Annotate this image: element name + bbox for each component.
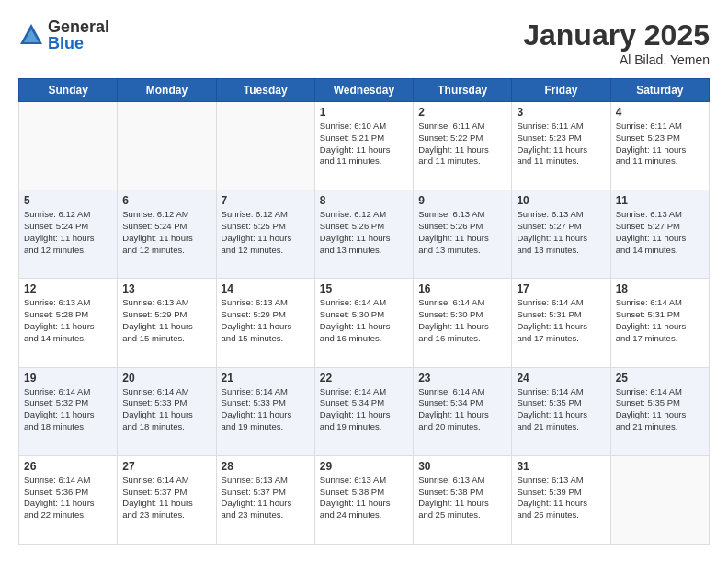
day-info: Sunrise: 6:12 AM Sunset: 5:25 PM Dayligh… xyxy=(222,209,310,256)
day-number: 9 xyxy=(418,194,506,207)
day-number: 18 xyxy=(616,282,704,295)
day-number: 28 xyxy=(222,460,310,473)
logo-text: General Blue xyxy=(48,18,109,52)
day-info: Sunrise: 6:13 AM Sunset: 5:28 PM Dayligh… xyxy=(24,297,112,344)
logo: General Blue xyxy=(18,18,109,52)
calendar-cell: 10Sunrise: 6:13 AM Sunset: 5:27 PM Dayli… xyxy=(512,190,610,279)
month-title: January 2025 xyxy=(523,18,710,52)
day-info: Sunrise: 6:13 AM Sunset: 5:38 PM Dayligh… xyxy=(418,475,506,522)
calendar-week-row: 1Sunrise: 6:10 AM Sunset: 5:21 PM Daylig… xyxy=(19,102,710,190)
calendar-week-row: 26Sunrise: 6:14 AM Sunset: 5:36 PM Dayli… xyxy=(19,455,710,544)
page: General Blue January 2025 Al Bilad, Yeme… xyxy=(0,0,728,563)
day-info: Sunrise: 6:14 AM Sunset: 5:32 PM Dayligh… xyxy=(24,386,112,433)
day-info: Sunrise: 6:13 AM Sunset: 5:27 PM Dayligh… xyxy=(517,209,605,256)
day-info: Sunrise: 6:11 AM Sunset: 5:23 PM Dayligh… xyxy=(517,121,605,167)
calendar-cell: 30Sunrise: 6:13 AM Sunset: 5:38 PM Dayli… xyxy=(414,455,512,544)
day-number: 25 xyxy=(616,372,704,385)
day-number: 24 xyxy=(517,372,605,385)
calendar-cell: 21Sunrise: 6:14 AM Sunset: 5:33 PM Dayli… xyxy=(216,367,314,455)
day-number: 30 xyxy=(418,460,506,473)
day-number: 10 xyxy=(517,194,605,207)
calendar-cell: 23Sunrise: 6:14 AM Sunset: 5:34 PM Dayli… xyxy=(414,367,512,455)
day-number: 27 xyxy=(122,460,210,473)
day-info: Sunrise: 6:14 AM Sunset: 5:33 PM Dayligh… xyxy=(122,386,210,433)
calendar-cell: 24Sunrise: 6:14 AM Sunset: 5:35 PM Dayli… xyxy=(512,367,610,455)
day-number: 2 xyxy=(418,106,506,119)
weekday-header-saturday: Saturday xyxy=(610,79,709,102)
calendar-cell: 29Sunrise: 6:13 AM Sunset: 5:38 PM Dayli… xyxy=(314,455,413,544)
calendar-cell xyxy=(610,455,709,544)
calendar-cell: 26Sunrise: 6:14 AM Sunset: 5:36 PM Dayli… xyxy=(19,455,118,544)
weekday-header-sunday: Sunday xyxy=(19,79,118,102)
day-info: Sunrise: 6:14 AM Sunset: 5:31 PM Dayligh… xyxy=(616,297,704,344)
day-number: 4 xyxy=(616,106,704,119)
day-number: 1 xyxy=(320,106,408,119)
day-number: 7 xyxy=(222,194,310,207)
calendar-cell: 16Sunrise: 6:14 AM Sunset: 5:30 PM Dayli… xyxy=(414,279,512,367)
calendar-cell: 4Sunrise: 6:11 AM Sunset: 5:23 PM Daylig… xyxy=(610,102,709,190)
weekday-header-wednesday: Wednesday xyxy=(314,79,413,102)
day-number: 15 xyxy=(320,282,408,295)
day-info: Sunrise: 6:11 AM Sunset: 5:22 PM Dayligh… xyxy=(418,121,506,167)
logo-icon xyxy=(18,22,44,48)
day-info: Sunrise: 6:13 AM Sunset: 5:37 PM Dayligh… xyxy=(222,475,310,522)
location: Al Bilad, Yemen xyxy=(523,52,710,67)
weekday-header-friday: Friday xyxy=(512,79,610,102)
calendar-cell: 11Sunrise: 6:13 AM Sunset: 5:27 PM Dayli… xyxy=(610,190,709,279)
weekday-header-tuesday: Tuesday xyxy=(216,79,314,102)
calendar-cell: 27Sunrise: 6:14 AM Sunset: 5:37 PM Dayli… xyxy=(118,455,216,544)
calendar-cell: 19Sunrise: 6:14 AM Sunset: 5:32 PM Dayli… xyxy=(19,367,118,455)
calendar-week-row: 5Sunrise: 6:12 AM Sunset: 5:24 PM Daylig… xyxy=(19,190,710,279)
day-number: 11 xyxy=(616,194,704,207)
calendar-cell: 9Sunrise: 6:13 AM Sunset: 5:26 PM Daylig… xyxy=(414,190,512,279)
day-info: Sunrise: 6:13 AM Sunset: 5:39 PM Dayligh… xyxy=(517,475,605,522)
day-info: Sunrise: 6:13 AM Sunset: 5:26 PM Dayligh… xyxy=(418,209,506,256)
day-number: 12 xyxy=(24,282,112,295)
day-number: 16 xyxy=(418,282,506,295)
calendar-cell: 12Sunrise: 6:13 AM Sunset: 5:28 PM Dayli… xyxy=(19,279,118,367)
calendar-week-row: 19Sunrise: 6:14 AM Sunset: 5:32 PM Dayli… xyxy=(19,367,710,455)
calendar-cell xyxy=(216,102,314,190)
weekday-header-thursday: Thursday xyxy=(414,79,512,102)
calendar-cell: 25Sunrise: 6:14 AM Sunset: 5:35 PM Dayli… xyxy=(610,367,709,455)
day-info: Sunrise: 6:11 AM Sunset: 5:23 PM Dayligh… xyxy=(616,121,704,167)
day-number: 19 xyxy=(24,372,112,385)
day-info: Sunrise: 6:13 AM Sunset: 5:29 PM Dayligh… xyxy=(222,297,310,344)
day-info: Sunrise: 6:14 AM Sunset: 5:33 PM Dayligh… xyxy=(222,386,310,433)
calendar-week-row: 12Sunrise: 6:13 AM Sunset: 5:28 PM Dayli… xyxy=(19,279,710,367)
day-number: 22 xyxy=(320,372,408,385)
calendar-cell: 2Sunrise: 6:11 AM Sunset: 5:22 PM Daylig… xyxy=(414,102,512,190)
day-info: Sunrise: 6:13 AM Sunset: 5:29 PM Dayligh… xyxy=(122,297,210,344)
day-number: 13 xyxy=(122,282,210,295)
calendar-cell: 3Sunrise: 6:11 AM Sunset: 5:23 PM Daylig… xyxy=(512,102,610,190)
day-number: 5 xyxy=(24,194,112,207)
calendar-cell: 17Sunrise: 6:14 AM Sunset: 5:31 PM Dayli… xyxy=(512,279,610,367)
day-info: Sunrise: 6:14 AM Sunset: 5:34 PM Dayligh… xyxy=(320,386,408,433)
day-number: 3 xyxy=(517,106,605,119)
day-info: Sunrise: 6:13 AM Sunset: 5:27 PM Dayligh… xyxy=(616,209,704,256)
day-info: Sunrise: 6:14 AM Sunset: 5:30 PM Dayligh… xyxy=(418,297,506,344)
day-info: Sunrise: 6:12 AM Sunset: 5:26 PM Dayligh… xyxy=(320,209,408,256)
day-number: 8 xyxy=(320,194,408,207)
calendar-cell: 31Sunrise: 6:13 AM Sunset: 5:39 PM Dayli… xyxy=(512,455,610,544)
day-info: Sunrise: 6:14 AM Sunset: 5:36 PM Dayligh… xyxy=(24,475,112,522)
calendar-cell xyxy=(19,102,118,190)
day-number: 17 xyxy=(517,282,605,295)
day-info: Sunrise: 6:12 AM Sunset: 5:24 PM Dayligh… xyxy=(24,209,112,256)
day-number: 21 xyxy=(222,372,310,385)
calendar-cell: 7Sunrise: 6:12 AM Sunset: 5:25 PM Daylig… xyxy=(216,190,314,279)
day-number: 20 xyxy=(122,372,210,385)
calendar-cell: 13Sunrise: 6:13 AM Sunset: 5:29 PM Dayli… xyxy=(118,279,216,367)
calendar-table: SundayMondayTuesdayWednesdayThursdayFrid… xyxy=(18,78,710,545)
weekday-header-monday: Monday xyxy=(118,79,216,102)
day-number: 26 xyxy=(24,460,112,473)
calendar-cell: 1Sunrise: 6:10 AM Sunset: 5:21 PM Daylig… xyxy=(314,102,413,190)
calendar-cell xyxy=(118,102,216,190)
day-number: 6 xyxy=(122,194,210,207)
calendar-cell: 15Sunrise: 6:14 AM Sunset: 5:30 PM Dayli… xyxy=(314,279,413,367)
logo-blue: Blue xyxy=(48,35,109,52)
title-block: January 2025 Al Bilad, Yemen xyxy=(523,18,710,67)
day-info: Sunrise: 6:14 AM Sunset: 5:30 PM Dayligh… xyxy=(320,297,408,344)
calendar-cell: 14Sunrise: 6:13 AM Sunset: 5:29 PM Dayli… xyxy=(216,279,314,367)
day-info: Sunrise: 6:13 AM Sunset: 5:38 PM Dayligh… xyxy=(320,475,408,522)
